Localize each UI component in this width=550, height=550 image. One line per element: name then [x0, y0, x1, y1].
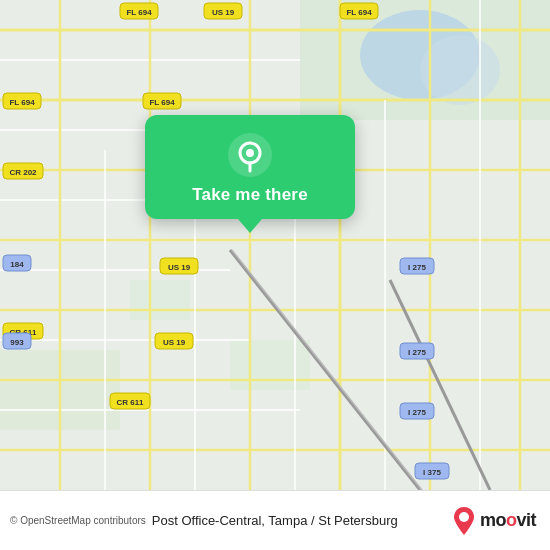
location-pin-icon	[228, 133, 272, 177]
svg-text:I 275: I 275	[408, 408, 426, 417]
moovit-pin-icon	[452, 507, 476, 535]
location-popup[interactable]: Take me there	[145, 115, 355, 219]
copyright-text: © OpenStreetMap contributors	[10, 514, 146, 528]
svg-text:184: 184	[10, 260, 24, 269]
bottom-bar: © OpenStreetMap contributors Post Office…	[0, 490, 550, 550]
svg-point-3	[420, 35, 500, 105]
svg-text:CR 611: CR 611	[116, 398, 144, 407]
svg-text:FL 694: FL 694	[126, 8, 152, 17]
svg-rect-5	[130, 280, 190, 320]
svg-point-68	[246, 149, 254, 157]
svg-text:FL 694: FL 694	[149, 98, 175, 107]
svg-text:US 19: US 19	[163, 338, 186, 347]
svg-text:993: 993	[10, 338, 24, 347]
location-info: Post Office-Central, Tampa / St Petersbu…	[146, 513, 452, 528]
svg-text:CR 202: CR 202	[9, 168, 37, 177]
map-container[interactable]: US 19 FL 694 FL 694 FL 694 FL 694 CR 202…	[0, 0, 550, 490]
svg-text:FL 694: FL 694	[346, 8, 372, 17]
take-me-there-button[interactable]: Take me there	[192, 185, 308, 205]
map-background: US 19 FL 694 FL 694 FL 694 FL 694 CR 202…	[0, 0, 550, 490]
moovit-logo: moovit	[452, 507, 536, 535]
svg-text:I 375: I 375	[423, 468, 441, 477]
svg-text:US 19: US 19	[212, 8, 235, 17]
svg-text:US 19: US 19	[168, 263, 191, 272]
svg-text:I 275: I 275	[408, 263, 426, 272]
moovit-brand-text: moovit	[480, 510, 536, 531]
svg-point-70	[459, 512, 469, 522]
svg-rect-6	[230, 340, 310, 390]
svg-text:FL 694: FL 694	[9, 98, 35, 107]
svg-text:I 275: I 275	[408, 348, 426, 357]
